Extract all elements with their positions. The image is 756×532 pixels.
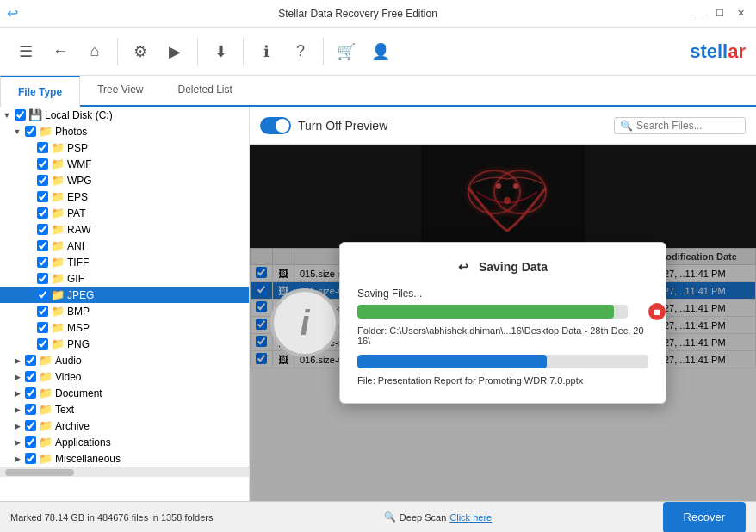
tree-png[interactable]: 📁 PNG	[0, 336, 249, 352]
folder-icon-document: 📁	[39, 387, 53, 399]
expand-arrow-photos: ▼	[12, 127, 22, 136]
tree-audio[interactable]: ▶ 📁 Audio	[0, 352, 249, 368]
maximize-button[interactable]: ☐	[711, 5, 728, 22]
folder-icon-text: 📁	[39, 403, 53, 416]
back-button[interactable]: ←	[45, 36, 76, 67]
pat-label: PAT	[67, 207, 86, 220]
tree-eps[interactable]: 📁 EPS	[0, 189, 249, 205]
checkbox-wmf[interactable]	[37, 158, 48, 170]
window-title: Stellar Data Recovery Free Edition	[25, 8, 691, 20]
settings-button[interactable]: ⚙	[125, 36, 156, 67]
tree-wpg[interactable]: 📁 WPG	[0, 172, 249, 189]
jpeg-label: JPEG	[67, 289, 94, 301]
checkbox-raw[interactable]	[37, 224, 48, 235]
dialog-back-icon[interactable]: ↩	[458, 260, 468, 274]
progress-fill-2	[357, 355, 547, 368]
checkbox-miscellaneous[interactable]	[25, 453, 36, 464]
minimize-button[interactable]: —	[691, 5, 708, 22]
saving-files-label: Saving Files...	[357, 288, 648, 300]
info-circle: i	[270, 288, 339, 357]
tree-msp[interactable]: 📁 MSP	[0, 319, 249, 336]
checkbox-ani[interactable]	[37, 240, 48, 251]
search-icon: 🔍	[620, 120, 633, 132]
checkbox-document[interactable]	[25, 387, 36, 399]
ani-label: ANI	[67, 240, 84, 252]
tab-tree-view[interactable]: Tree View	[80, 74, 160, 105]
tab-file-type[interactable]: File Type	[0, 76, 80, 107]
folder-icon-video: 📁	[39, 370, 53, 383]
left-panel: ▼ 💾 Local Disk (C:) ▼ 📁 Photos 📁 PSP 📁 W…	[0, 107, 250, 501]
cart-button[interactable]: 🛒	[331, 36, 362, 67]
tree-jpeg[interactable]: 📁 JPEG	[0, 287, 249, 303]
checkbox-msp[interactable]	[37, 322, 48, 333]
search-input[interactable]	[636, 120, 740, 132]
tree-tiff[interactable]: 📁 TIFF	[0, 254, 249, 270]
user-icon: 👤	[371, 42, 390, 61]
status-text: Marked 78.14 GB in 484676 files in 1358 …	[10, 512, 213, 523]
checkbox-eps[interactable]	[37, 191, 48, 202]
horizontal-scrollbar[interactable]	[0, 467, 249, 477]
preview-toggle[interactable]	[260, 117, 291, 134]
separator-1	[117, 38, 118, 65]
folder-icon-applications: 📁	[39, 436, 53, 448]
home-button[interactable]: ⌂	[79, 36, 110, 67]
folder-icon-bmp: 📁	[51, 305, 65, 318]
folder-icon-wpg: 📁	[51, 174, 65, 187]
checkbox-applications[interactable]	[25, 436, 36, 448]
tree-wmf[interactable]: 📁 WMF	[0, 156, 249, 172]
checkbox-root[interactable]	[15, 109, 26, 121]
checkbox-gif[interactable]	[37, 273, 48, 284]
download-button[interactable]: ⬇	[205, 36, 236, 67]
close-button[interactable]: ✕	[732, 5, 749, 22]
checkbox-psp[interactable]	[37, 142, 48, 153]
main-area: ▼ 💾 Local Disk (C:) ▼ 📁 Photos 📁 PSP 📁 W…	[0, 107, 756, 501]
tree-photos[interactable]: ▼ 📁 Photos	[0, 123, 249, 139]
play-button[interactable]: ▶	[159, 36, 190, 67]
tree-psp[interactable]: 📁 PSP	[0, 139, 249, 156]
tree-document[interactable]: ▶ 📁 Document	[0, 385, 249, 401]
tree-root[interactable]: ▼ 💾 Local Disk (C:)	[0, 107, 249, 123]
tab-deleted-list[interactable]: Deleted List	[160, 74, 249, 105]
tree-text[interactable]: ▶ 📁 Text	[0, 401, 249, 418]
tree-raw[interactable]: 📁 RAW	[0, 221, 249, 238]
checkbox-text[interactable]	[25, 404, 36, 415]
expand-arrow-archive: ▶	[12, 422, 22, 430]
checkbox-audio[interactable]	[25, 355, 36, 366]
dialog-container: i ↩ Saving Data Saving Files... ⏹	[339, 242, 666, 404]
drive-icon: 💾	[28, 108, 42, 121]
menu-icon: ☰	[19, 42, 33, 61]
click-here-link[interactable]: Click here	[449, 512, 492, 523]
help-button[interactable]: ?	[285, 36, 316, 67]
tab-deleted-list-label: Deleted List	[177, 84, 232, 96]
tree-video[interactable]: ▶ 📁 Video	[0, 368, 249, 385]
checkbox-archive[interactable]	[25, 420, 36, 431]
menu-button[interactable]: ☰	[10, 36, 41, 67]
checkbox-png[interactable]	[37, 338, 48, 350]
checkbox-jpeg[interactable]	[37, 289, 48, 300]
checkbox-bmp[interactable]	[37, 306, 48, 317]
checkbox-video[interactable]	[25, 371, 36, 382]
tree-bmp[interactable]: 📁 BMP	[0, 303, 249, 319]
tree-ani[interactable]: 📁 ANI	[0, 238, 249, 254]
checkbox-photos[interactable]	[25, 126, 36, 137]
tree-archive[interactable]: ▶ 📁 Archive	[0, 418, 249, 434]
stop-button[interactable]: ⏹	[648, 303, 666, 320]
info-button[interactable]: ℹ	[251, 36, 282, 67]
tree-gif[interactable]: 📁 GIF	[0, 270, 249, 287]
app-logo: stellar	[690, 40, 746, 63]
scrollbar-thumb[interactable]	[5, 469, 74, 476]
tree-pat[interactable]: 📁 PAT	[0, 205, 249, 221]
folder-icon-miscellaneous: 📁	[39, 452, 53, 465]
back-icon: ←	[53, 42, 68, 60]
app-icon: ↩	[7, 5, 18, 22]
checkbox-wpg[interactable]	[37, 175, 48, 186]
expand-arrow-miscellaneous: ▶	[12, 455, 22, 463]
tab-file-type-label: File Type	[18, 86, 62, 98]
tree-miscellaneous[interactable]: ▶ 📁 Miscellaneous	[0, 450, 249, 467]
recover-button[interactable]: Recover	[663, 502, 746, 533]
checkbox-pat[interactable]	[37, 207, 48, 219]
checkbox-tiff[interactable]	[37, 257, 48, 268]
tree-applications[interactable]: ▶ 📁 Applications	[0, 434, 249, 450]
folder-icon-archive: 📁	[39, 419, 53, 432]
user-button[interactable]: 👤	[365, 36, 396, 67]
